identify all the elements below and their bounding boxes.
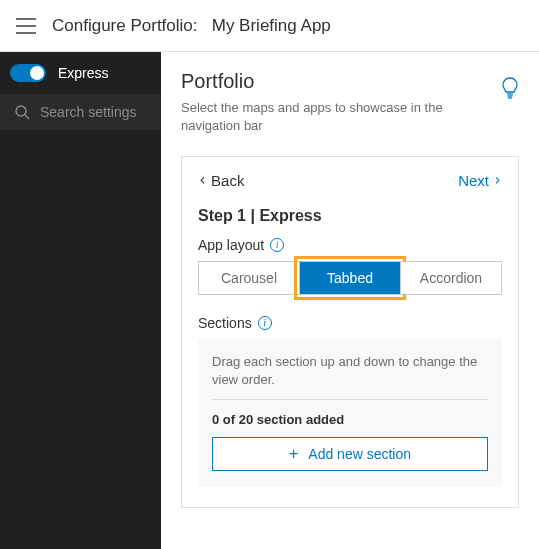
- add-section-button[interactable]: + Add new section: [212, 437, 488, 471]
- app-layout-label: App layout: [198, 237, 264, 253]
- layout-button-group: Carousel Tabbed Accordion: [198, 261, 502, 295]
- sections-count: 0 of 20 section added: [212, 400, 488, 437]
- chevron-left-icon: ‹: [198, 171, 207, 189]
- next-label: Next: [458, 172, 489, 189]
- menu-icon[interactable]: [16, 18, 36, 34]
- info-icon[interactable]: i: [270, 238, 284, 252]
- svg-rect-1: [16, 25, 36, 27]
- config-panel: ‹ Back Next › Step 1 | Express App layou…: [181, 156, 519, 508]
- sections-label-row: Sections i: [198, 315, 502, 331]
- search-input[interactable]: [40, 104, 147, 120]
- page-title: Configure Portfolio: My Briefing App: [52, 16, 331, 36]
- chevron-right-icon: ›: [493, 171, 502, 189]
- svg-point-3: [16, 106, 26, 116]
- back-button[interactable]: ‹ Back: [198, 171, 244, 189]
- section-header: Portfolio Select the maps and apps to sh…: [181, 70, 519, 134]
- search-icon: [14, 104, 30, 120]
- sidebar: Express: [0, 52, 161, 549]
- main-panel: Portfolio Select the maps and apps to sh…: [161, 52, 539, 549]
- sections-box: Drag each section up and down to change …: [198, 339, 502, 487]
- add-section-label: Add new section: [308, 446, 411, 462]
- layout-option-accordion[interactable]: Accordion: [401, 262, 501, 294]
- sections-label: Sections: [198, 315, 252, 331]
- title-prefix: Configure Portfolio:: [52, 16, 198, 35]
- sections-hint: Drag each section up and down to change …: [212, 353, 488, 400]
- title-app-name: My Briefing App: [212, 16, 331, 35]
- search-row: [0, 94, 161, 130]
- express-label: Express: [58, 65, 109, 81]
- lightbulb-icon[interactable]: [501, 70, 519, 134]
- next-button[interactable]: Next ›: [458, 171, 502, 189]
- section-description: Select the maps and apps to showcase in …: [181, 99, 491, 134]
- toggle-knob: [30, 66, 44, 80]
- header: Configure Portfolio: My Briefing App: [0, 0, 539, 52]
- step-title: Step 1 | Express: [198, 207, 502, 225]
- layout-option-tabbed[interactable]: Tabbed: [300, 262, 401, 294]
- layout-option-carousel[interactable]: Carousel: [199, 262, 300, 294]
- plus-icon: +: [289, 446, 298, 462]
- back-label: Back: [211, 172, 244, 189]
- app-layout-label-row: App layout i: [198, 237, 502, 253]
- svg-rect-2: [16, 32, 36, 34]
- express-toggle-row: Express: [0, 52, 161, 94]
- express-toggle[interactable]: [10, 64, 46, 82]
- svg-rect-0: [16, 18, 36, 20]
- info-icon[interactable]: i: [258, 316, 272, 330]
- step-nav: ‹ Back Next ›: [198, 171, 502, 189]
- section-title: Portfolio: [181, 70, 491, 93]
- svg-line-4: [25, 115, 29, 119]
